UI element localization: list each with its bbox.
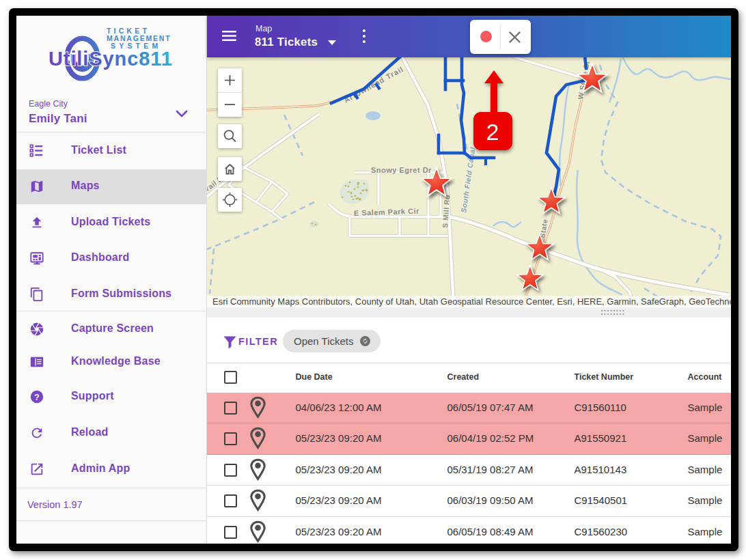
svg-text:Snowy Egret Dr: Snowy Egret Dr xyxy=(371,166,432,174)
svg-text:SYSTEM: SYSTEM xyxy=(111,42,161,50)
svg-text:2: 2 xyxy=(486,119,499,145)
svg-text:UtiliSync811: UtiliSync811 xyxy=(49,48,173,70)
svg-text:?: ? xyxy=(34,391,40,402)
